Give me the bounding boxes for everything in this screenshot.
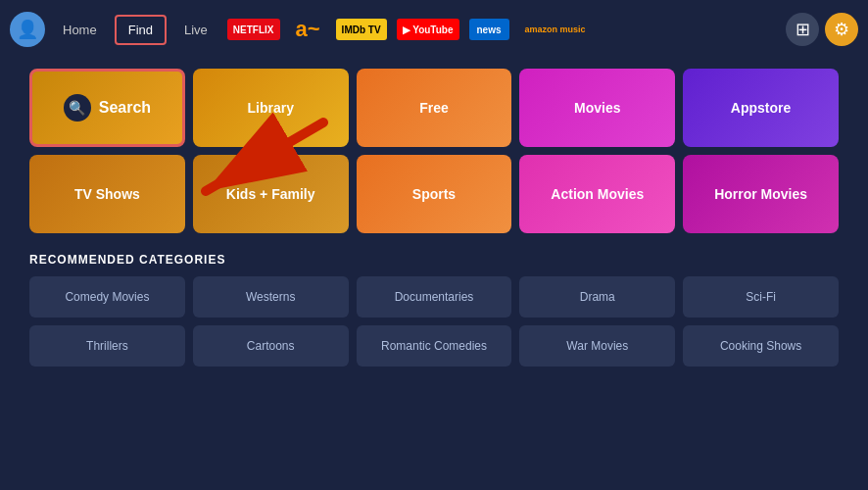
recommended-section: RECOMMENDED CATEGORIES Comedy Movies Wes… (29, 253, 839, 367)
category-westerns[interactable]: Westerns (193, 276, 349, 318)
category-war-movies[interactable]: War Movies (519, 325, 675, 367)
nav-find[interactable]: Find (115, 15, 167, 45)
tile-library[interactable]: Library (193, 69, 349, 147)
tile-movies[interactable]: Movies (519, 69, 675, 147)
category-cooking-shows[interactable]: Cooking Shows (683, 325, 839, 367)
youtube-logo[interactable]: ▶ YouTube (397, 19, 459, 40)
search-circle-icon: 🔍 (64, 94, 91, 122)
kids-label: Kids + Family (226, 186, 315, 202)
horror-label: Horror Movies (714, 186, 807, 202)
categories-grid: Comedy Movies Westerns Documentaries Dra… (29, 276, 839, 367)
search-label: Search (99, 99, 151, 117)
avatar[interactable]: 👤 (10, 12, 45, 47)
tile-search[interactable]: 🔍 Search (29, 69, 185, 147)
amazon-logo[interactable]: a~ (290, 19, 326, 40)
tvshows-label: TV Shows (74, 186, 140, 202)
movies-label: Movies (574, 100, 620, 116)
category-sci-fi[interactable]: Sci-Fi (683, 276, 839, 318)
category-drama[interactable]: Drama (519, 276, 675, 318)
sports-label: Sports (412, 186, 456, 202)
category-cartoons[interactable]: Cartoons (193, 325, 349, 367)
main-content: 🔍 Search Library Free Movies Appstore TV… (0, 59, 868, 376)
action-label: Action Movies (551, 186, 644, 202)
imdb-logo[interactable]: IMDb TV (336, 19, 387, 40)
tile-sports[interactable]: Sports (357, 155, 512, 233)
library-label: Library (247, 100, 293, 116)
music-logo[interactable]: amazon music (519, 19, 592, 40)
tile-action[interactable]: Action Movies (519, 155, 675, 233)
settings-icon[interactable]: ⚙ (825, 13, 858, 46)
grid-icon[interactable]: ⊞ (786, 13, 819, 46)
tile-horror[interactable]: Horror Movies (683, 155, 839, 233)
free-label: Free (419, 100, 449, 116)
nav-home[interactable]: Home (51, 17, 109, 43)
appstore-label: Appstore (731, 100, 791, 116)
tile-tvshows[interactable]: TV Shows (29, 155, 185, 233)
tile-appstore[interactable]: Appstore (683, 69, 839, 147)
tiles-grid: 🔍 Search Library Free Movies Appstore TV… (29, 69, 839, 233)
tile-free[interactable]: Free (357, 69, 512, 147)
tile-kids[interactable]: Kids + Family (193, 155, 349, 233)
header: 👤 Home Find Live NETFLIX a~ IMDb TV ▶ Yo… (0, 0, 868, 59)
category-documentaries[interactable]: Documentaries (357, 276, 512, 318)
news-logo[interactable]: news (469, 19, 509, 40)
nav-live[interactable]: Live (172, 17, 219, 43)
category-comedy-movies[interactable]: Comedy Movies (29, 276, 185, 318)
category-thrillers[interactable]: Thrillers (29, 325, 185, 367)
recommended-title: RECOMMENDED CATEGORIES (29, 253, 839, 267)
netflix-logo[interactable]: NETFLIX (227, 19, 280, 40)
category-romantic-comedies[interactable]: Romantic Comedies (357, 325, 512, 367)
